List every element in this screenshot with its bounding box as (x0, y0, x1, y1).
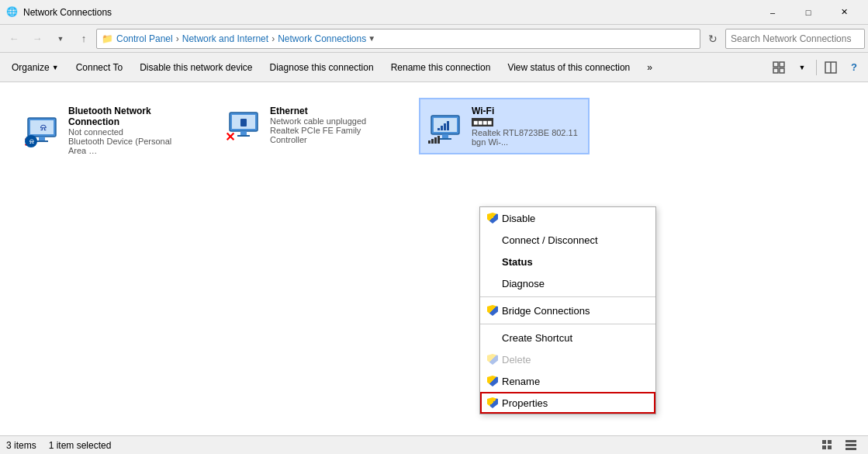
forward-button[interactable]: → (26, 28, 48, 50)
shield-icon (486, 212, 499, 224)
svg-rect-1 (780, 62, 784, 67)
ethernet-status: Network cable unplugged (270, 116, 380, 126)
more-button[interactable]: » (638, 54, 661, 81)
ethernet-detail: Realtek PCIe FE Family Controller (270, 126, 380, 144)
svg-rect-29 (846, 444, 856, 446)
title-bar: 🌐 Network Connections – □ ✕ (0, 0, 868, 25)
wifi-status: ■■■■ (472, 118, 493, 126)
breadcrumb-chevron[interactable]: ▼ (368, 34, 375, 43)
svg-rect-3 (780, 68, 784, 73)
title-bar-title: Network Connections (23, 7, 755, 18)
svg-rect-24 (822, 440, 826, 444)
svg-rect-26 (822, 445, 826, 449)
breadcrumb-connections[interactable]: Network Connections (278, 33, 366, 44)
bluetooth-name: Bluetooth Network Connection (68, 106, 178, 127)
item-count: 3 items (6, 440, 36, 451)
view-dropdown-button[interactable]: ▼ (791, 57, 813, 78)
ethernet-disconnected-icon: ✕ (225, 131, 235, 144)
ctx-sep-2 (480, 324, 655, 324)
status-grid-view[interactable] (817, 435, 839, 455)
help-button[interactable]: ? (843, 57, 865, 78)
ctx-rename[interactable]: Rename (480, 370, 655, 392)
svg-rect-15 (237, 135, 250, 137)
svg-text:⍾: ⍾ (40, 122, 47, 133)
connect-to-button[interactable]: Connect To (67, 54, 132, 81)
selected-count: 1 item selected (49, 440, 112, 451)
svg-rect-20 (444, 123, 446, 130)
svg-rect-13 (240, 119, 247, 126)
ethernet-name: Ethernet (270, 106, 380, 116)
ctx-bridge[interactable]: Bridge Connections (480, 300, 655, 321)
bluetooth-network-item[interactable]: ⍾ ✕ ⍾ Bluetooth Network Connection Not c… (16, 98, 186, 163)
svg-rect-21 (447, 121, 449, 130)
back-button[interactable]: ← (3, 28, 25, 50)
status-bar: 3 items 1 item selected (0, 435, 868, 454)
organize-button[interactable]: Organize ▼ (3, 54, 67, 81)
svg-rect-22 (442, 134, 448, 138)
svg-rect-30 (846, 448, 856, 450)
bridge-shield-icon (486, 304, 499, 317)
preview-pane-button[interactable] (820, 57, 842, 78)
ethernet-network-item[interactable]: ✕ Ethernet Network cable unplugged Realt… (217, 98, 388, 152)
svg-rect-18 (437, 128, 440, 130)
wifi-network-item[interactable]: Wi-Fi ■■■■ Realtek RTL8723BE 802.11 bgn … (419, 98, 590, 154)
wifi-icon-wrap (427, 108, 464, 145)
ctx-connect-disconnect[interactable]: Connect / Disconnect (480, 229, 655, 251)
svg-rect-9 (36, 140, 48, 142)
svg-rect-27 (828, 445, 832, 449)
toolbar-right: ▼ ? (768, 57, 865, 78)
status-bar-right (817, 435, 862, 455)
context-menu: Disable Connect / Disconnect Status Diag… (479, 206, 656, 414)
delete-shield-icon (486, 353, 499, 366)
svg-rect-2 (773, 68, 778, 73)
properties-shield-icon (486, 397, 499, 409)
bluetooth-badge: ⍾ (25, 135, 37, 147)
search-input[interactable] (725, 29, 865, 49)
app-window: 🌐 Network Connections – □ ✕ ← → ▼ ↑ 📁 Co… (0, 0, 868, 454)
view-status-button[interactable]: View status of this connection (499, 54, 638, 81)
disable-button[interactable]: Disable this network device (131, 54, 261, 81)
ctx-status[interactable]: Status (480, 251, 655, 272)
window-controls: – □ ✕ (755, 0, 862, 25)
svg-rect-28 (846, 440, 856, 442)
status-list-view[interactable] (840, 435, 862, 455)
ctx-diagnose[interactable]: Diagnose (480, 272, 655, 294)
minimize-button[interactable]: – (755, 0, 790, 25)
wifi-detail: Realtek RTL8723BE 802.11 bgn Wi-... (472, 128, 582, 147)
address-bar: ← → ▼ ↑ 📁 Control Panel › Network and In… (0, 25, 868, 53)
svg-rect-23 (439, 138, 451, 140)
change-view-button[interactable] (768, 57, 790, 78)
ctx-create-shortcut[interactable]: Create Shortcut (480, 327, 655, 348)
rename-button[interactable]: Rename this connection (382, 54, 500, 81)
wifi-info: Wi-Fi ■■■■ Realtek RTL8723BE 802.11 bgn … (472, 106, 582, 147)
folder-icon: 📁 (102, 33, 113, 44)
breadcrumb-network[interactable]: Network and Internet (182, 33, 268, 44)
bluetooth-detail: Bluetooth Device (Personal Area … (68, 137, 178, 155)
svg-rect-25 (828, 440, 832, 444)
svg-rect-14 (240, 131, 247, 135)
bluetooth-info: Bluetooth Network Connection Not connect… (68, 106, 178, 155)
breadcrumb-control-panel[interactable]: Control Panel (116, 33, 173, 44)
svg-rect-8 (39, 137, 45, 140)
close-button[interactable]: ✕ (826, 0, 862, 25)
app-icon: 🌐 (6, 6, 19, 19)
ctx-properties[interactable]: Properties (480, 392, 655, 414)
up-button[interactable]: ↑ (73, 28, 95, 50)
restore-button[interactable]: □ (790, 0, 826, 25)
svg-rect-19 (441, 126, 443, 130)
bluetooth-icon-wrap: ⍾ ✕ ⍾ (23, 112, 61, 149)
main-content: ⍾ ✕ ⍾ Bluetooth Network Connection Not c… (0, 82, 868, 435)
wifi-signal-icon (428, 134, 440, 144)
refresh-button[interactable]: ↻ (702, 28, 724, 50)
breadcrumb: 📁 Control Panel › Network and Internet ›… (96, 29, 700, 49)
dropdown-button[interactable]: ▼ (50, 28, 71, 50)
svg-rect-0 (773, 62, 778, 67)
ctx-delete[interactable]: Delete (480, 348, 655, 370)
diagnose-button[interactable]: Diagnose this connection (261, 54, 382, 81)
organize-arrow: ▼ (52, 64, 59, 71)
rename-shield-icon (486, 375, 499, 387)
ctx-disable[interactable]: Disable (480, 207, 655, 229)
wifi-name: Wi-Fi (472, 106, 582, 116)
ethernet-icon-wrap: ✕ (225, 106, 262, 144)
bluetooth-status: Not connected (68, 127, 178, 137)
